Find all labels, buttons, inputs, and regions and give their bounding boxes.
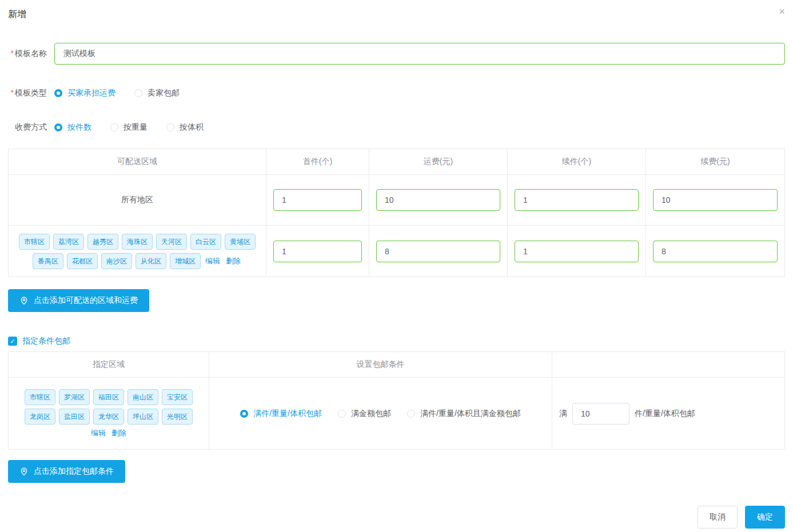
radio-option[interactable]: 卖家包邮 [134,88,180,98]
district-tag: 越秀区 [87,234,118,250]
district-tag: 宝安区 [162,389,193,405]
radio-icon [407,410,415,418]
district-tag: 龙岗区 [25,409,55,425]
district-tag-list: 市辖区罗湖区福田区南山区宝安区龙岗区盐田区龙华区坪山区光明区 编辑 删除 [9,384,209,443]
radio-option[interactable]: 满金额包邮 [338,409,391,419]
table-row-custom-areas: 市辖区荔湾区越秀区海珠区天河区白云区黄埔区番禺区花都区南沙区从化区增城区 编辑 … [9,226,785,277]
template-name-row: *模板名称 [8,43,785,65]
district-tag-list: 市辖区荔湾区越秀区海珠区天河区白云区黄埔区番禺区花都区南沙区从化区增城区 编辑 … [9,229,266,274]
district-tag: 白云区 [190,234,221,250]
required-asterisk: * [11,49,14,58]
dialog-title: 新增 [8,8,785,21]
next-piece-input[interactable] [515,189,639,211]
required-asterisk: * [11,88,14,97]
checkbox-checked-icon[interactable]: ✓ [8,337,17,346]
table-row-all-areas: 所有地区 [9,175,785,226]
radio-icon [338,410,346,418]
conditional-free-shipping-row: ✓ 指定条件包邮 [8,336,785,346]
template-type-label: *模板类型 [8,88,47,98]
district-tag: 南沙区 [101,253,132,269]
template-type-radio-group: 买家承担运费 卖家包邮 [54,88,198,98]
threshold-setting: 满 件/重量/体积包邮 [552,403,784,425]
first-piece-input[interactable] [273,189,362,211]
radio-option[interactable]: 按件数 [54,122,91,133]
district-tag: 从化区 [136,253,166,269]
radio-icon [110,123,118,131]
location-pin-icon [19,467,29,476]
radio-icon [54,123,62,131]
dialog-footer: 取消 确定 [8,506,785,529]
shipping-fee-table: 可配送区域 首件(个) 运费(元) 续件(个) 续费(元) 所有地区 市辖区荔湾… [8,149,785,277]
free-shipping-condition-table: 指定区域 设置包邮条件 市辖区罗湖区福田区南山区宝安区龙岗区盐田区龙华区坪山区光… [8,351,785,450]
threshold-suffix: 件/重量/体积包邮 [635,409,695,419]
table-header-row: 可配送区域 首件(个) 运费(元) 续件(个) 续费(元) [9,149,785,175]
edit-link[interactable]: 编辑 [91,428,106,438]
first-piece-input[interactable] [273,241,362,262]
cancel-button[interactable]: 取消 [698,506,738,529]
conditional-free-shipping-label[interactable]: 指定条件包邮 [22,336,70,346]
column-header-condition: 设置包邮条件 [209,352,552,378]
district-tag: 光明区 [162,409,193,425]
district-tag: 海珠区 [122,234,153,250]
district-tag: 坪山区 [127,409,158,425]
location-pin-icon [19,296,29,305]
condition-row: 市辖区罗湖区福田区南山区宝安区龙岗区盐田区龙华区坪山区光明区 编辑 删除 满件/… [9,378,785,450]
district-tag: 福田区 [93,389,124,405]
charge-method-label: 收费方式 [8,122,47,133]
condition-radio-group: 满件/重量/体积包邮 满金额包邮 满件/重量/体积且满金额包邮 [209,409,552,419]
radio-option[interactable]: 买家承担运费 [54,88,115,98]
district-tag: 南山区 [127,389,158,405]
fee-input[interactable] [376,241,500,262]
delete-link[interactable]: 删除 [226,256,241,266]
template-type-row: *模板类型 买家承担运费 卖家包邮 [8,88,785,98]
column-header-first-piece: 首件(个) [266,149,369,175]
district-tag: 罗湖区 [59,389,90,405]
next-piece-input[interactable] [515,241,639,262]
next-fee-input[interactable] [653,241,778,262]
district-tag: 盐田区 [59,409,90,425]
radio-icon [240,410,248,418]
table-header-row: 指定区域 设置包邮条件 [9,352,785,378]
district-tag: 黄埔区 [225,234,256,250]
radio-option[interactable]: 满件/重量/体积且满金额包邮 [407,409,521,419]
edit-link[interactable]: 编辑 [205,256,220,266]
next-fee-input[interactable] [653,189,778,211]
column-header-next-fee: 续费(元) [646,149,785,175]
add-condition-button[interactable]: 点击添加指定包邮条件 [8,460,125,483]
radio-option[interactable]: 满件/重量/体积包邮 [240,409,322,419]
column-header-area: 可配送区域 [9,149,266,175]
column-header-specified-area: 指定区域 [9,352,209,378]
template-name-input[interactable] [54,43,785,65]
column-header-empty [552,352,785,378]
radio-icon [54,89,62,97]
fee-input[interactable] [376,189,500,211]
district-tag: 市辖区 [25,389,55,405]
add-area-button[interactable]: 点击添加可配送的区域和运费 [8,289,149,312]
threshold-prefix: 满 [559,409,567,419]
column-header-next-piece: 续件(个) [508,149,646,175]
column-header-fee: 运费(元) [369,149,508,175]
radio-icon [134,89,142,97]
charge-method-row: 收费方式 按件数 按重量 按体积 [8,122,785,133]
district-tag: 番禺区 [33,253,63,269]
district-tag: 天河区 [156,234,187,250]
close-icon[interactable]: × [779,6,785,17]
threshold-input[interactable] [572,403,629,425]
radio-icon [166,123,174,131]
district-tag: 花都区 [67,253,98,269]
district-tag: 龙华区 [93,409,124,425]
area-cell: 所有地区 [9,175,266,226]
confirm-button[interactable]: 确定 [745,506,785,529]
radio-option[interactable]: 按体积 [166,122,204,133]
template-name-label: *模板名称 [8,49,47,59]
charge-method-radio-group: 按件数 按重量 按体积 [54,122,222,133]
district-tag: 荔湾区 [53,234,84,250]
radio-option[interactable]: 按重量 [110,122,148,133]
add-area-button-label: 点击添加可配送的区域和运费 [34,295,138,306]
district-tag: 增城区 [170,253,201,269]
district-tag: 市辖区 [19,234,50,250]
add-condition-button-label: 点击添加指定包邮条件 [34,466,114,477]
delete-link[interactable]: 删除 [111,428,126,438]
add-template-dialog: 新增 × *模板名称 *模板类型 买家承担运费 卖家包邮 收费方式 按件数 按重… [0,0,793,532]
